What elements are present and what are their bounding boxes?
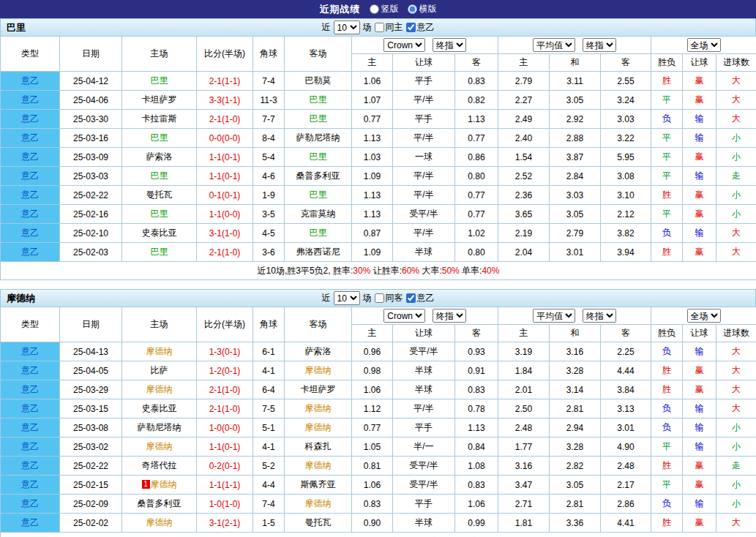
league-link[interactable]: 意乙 — [1, 418, 60, 438]
match-score-link[interactable]: 1-3(0-1) — [197, 342, 253, 361]
away-team-link[interactable]: 巴里 — [285, 91, 352, 110]
away-team-link[interactable]: 摩德纳 — [285, 361, 352, 380]
away-team-link[interactable]: 巴里 — [285, 224, 352, 243]
away-team-link[interactable]: 曼托瓦 — [285, 514, 352, 533]
home-team-link[interactable]: 摩德纳 — [122, 514, 197, 533]
handicap-time-select[interactable]: 终指 — [433, 309, 466, 323]
league-link[interactable]: 意乙 — [1, 380, 60, 399]
league-link[interactable]: 意乙 — [1, 205, 60, 224]
home-team-link[interactable]: 奇塔代拉 — [122, 457, 197, 476]
home-team-link[interactable]: 巴里 — [122, 72, 197, 91]
match-score-link[interactable]: 1-1(1-1) — [197, 476, 253, 495]
away-team-link[interactable]: 巴里 — [285, 148, 352, 167]
away-team-link[interactable]: 巴里 — [285, 110, 352, 129]
match-score-link[interactable]: 0-0(0-0) — [197, 129, 253, 148]
home-team-link[interactable]: 曼托瓦 — [122, 186, 197, 205]
horizontal-layout-option[interactable]: 横版 — [408, 3, 437, 15]
home-team-link[interactable]: 摩德纳 — [122, 380, 197, 399]
away-team-link[interactable]: 萨勒尼塔纳 — [285, 129, 352, 148]
league-checkbox[interactable] — [406, 293, 416, 303]
match-score-link[interactable]: 1-1(0-0) — [197, 205, 253, 224]
away-team-link[interactable]: 弗洛西诺尼 — [285, 243, 352, 262]
same-venue-checkbox[interactable] — [375, 293, 384, 303]
away-team-link[interactable]: 克雷莫纳 — [285, 205, 352, 224]
match-score-link[interactable]: 0-1(0-1) — [197, 186, 253, 205]
away-team-link[interactable]: 摩德纳 — [285, 418, 352, 438]
away-team-link[interactable]: 桑普多利亚 — [285, 167, 352, 186]
home-team-link[interactable]: 巴里 — [122, 167, 197, 186]
home-team-link[interactable]: 卡坦萨罗 — [122, 91, 197, 110]
away-team-link[interactable]: 摩德纳 — [285, 495, 352, 514]
average-odds-select[interactable]: 平均值 — [533, 38, 575, 52]
match-score-link[interactable]: 0-2(0-1) — [197, 457, 253, 476]
league-link[interactable]: 意乙 — [1, 167, 60, 186]
league-link[interactable]: 意乙 — [1, 91, 60, 110]
match-score-link[interactable]: 3-1(1-0) — [197, 224, 253, 243]
league-link[interactable]: 意乙 — [1, 110, 60, 129]
home-team-link[interactable]: 摩德纳 — [122, 342, 197, 361]
vertical-layout-radio[interactable] — [370, 4, 379, 14]
home-team-link[interactable]: 史泰比亚 — [122, 224, 197, 243]
vertical-layout-option[interactable]: 竖版 — [370, 3, 399, 15]
away-team-link[interactable]: 斯佩齐亚 — [285, 476, 352, 495]
full-match-select[interactable]: 全场 — [687, 38, 721, 52]
home-team-link[interactable]: 桑普多利亚 — [122, 495, 197, 514]
league-link[interactable]: 意乙 — [1, 186, 60, 205]
match-score-link[interactable]: 1-0(1-0) — [197, 495, 253, 514]
odds-provider-select[interactable]: Crown — [383, 309, 425, 323]
match-score-link[interactable]: 2-1(1-0) — [197, 243, 253, 262]
match-score-link[interactable]: 2-1(1-1) — [197, 72, 253, 91]
average-time-select[interactable]: 终指 — [583, 309, 616, 323]
league-filter[interactable]: 意乙 — [406, 292, 435, 304]
league-link[interactable]: 意乙 — [1, 224, 60, 243]
away-team-link[interactable]: 摩德纳 — [285, 399, 352, 418]
away-team-link[interactable]: 巴里 — [285, 186, 352, 205]
match-score-link[interactable]: 1-2(0-1) — [197, 361, 253, 380]
home-team-link[interactable]: 巴里 — [122, 243, 197, 262]
league-link[interactable]: 意乙 — [1, 399, 60, 418]
horizontal-layout-radio[interactable] — [408, 4, 417, 14]
match-score-link[interactable]: 3-1(2-1) — [197, 514, 253, 533]
match-count-select[interactable]: 10 — [334, 20, 360, 34]
same-venue-checkbox[interactable] — [375, 23, 384, 32]
league-checkbox[interactable] — [406, 23, 416, 32]
home-team-link[interactable]: 卡拉雷斯 — [122, 110, 197, 129]
league-link[interactable]: 意乙 — [1, 72, 60, 91]
league-link[interactable]: 意乙 — [1, 342, 60, 361]
full-match-select[interactable]: 全场 — [687, 309, 721, 323]
match-score-link[interactable]: 2-1(1-0) — [197, 399, 253, 418]
home-team-link[interactable]: 巴里 — [122, 129, 197, 148]
same-venue-filter[interactable]: 同客 — [375, 292, 403, 304]
home-team-link[interactable]: 1摩德纳 — [122, 476, 197, 495]
league-link[interactable]: 意乙 — [1, 148, 60, 167]
league-link[interactable]: 意乙 — [1, 129, 60, 148]
league-link[interactable]: 意乙 — [1, 438, 60, 457]
away-team-link[interactable]: 巴勒莫 — [285, 72, 352, 91]
away-team-link[interactable]: 摩德纳 — [285, 457, 352, 476]
league-filter[interactable]: 意乙 — [406, 21, 435, 34]
away-team-link[interactable]: 卡坦萨罗 — [285, 380, 352, 399]
league-link[interactable]: 意乙 — [1, 243, 60, 262]
home-team-link[interactable]: 萨勒尼塔纳 — [122, 418, 197, 438]
home-team-link[interactable]: 比萨 — [122, 361, 197, 380]
odds-provider-select[interactable]: Crown — [383, 38, 425, 52]
away-team-link[interactable]: 萨索洛 — [285, 342, 352, 361]
home-team-link[interactable]: 史泰比亚 — [122, 399, 197, 418]
match-score-link[interactable]: 1-0(0-0) — [197, 418, 253, 438]
league-link[interactable]: 意乙 — [1, 361, 60, 380]
home-team-link[interactable]: 巴里 — [122, 205, 197, 224]
match-score-link[interactable]: 3-3(1-1) — [197, 91, 253, 110]
match-score-link[interactable]: 1-1(0-1) — [197, 438, 253, 457]
league-link[interactable]: 意乙 — [1, 476, 60, 495]
league-link[interactable]: 意乙 — [1, 495, 60, 514]
average-odds-select[interactable]: 平均值 — [533, 309, 575, 323]
average-time-select[interactable]: 终指 — [583, 38, 616, 52]
match-score-link[interactable]: 2-1(1-0) — [197, 380, 253, 399]
home-team-link[interactable]: 萨索洛 — [122, 148, 197, 167]
home-team-link[interactable]: 摩德纳 — [122, 438, 197, 457]
league-link[interactable]: 意乙 — [1, 514, 60, 533]
match-count-select[interactable]: 10 — [334, 291, 360, 305]
match-score-link[interactable]: 2-1(1-0) — [197, 110, 253, 129]
league-link[interactable]: 意乙 — [1, 457, 60, 476]
handicap-time-select[interactable]: 终指 — [433, 38, 466, 52]
